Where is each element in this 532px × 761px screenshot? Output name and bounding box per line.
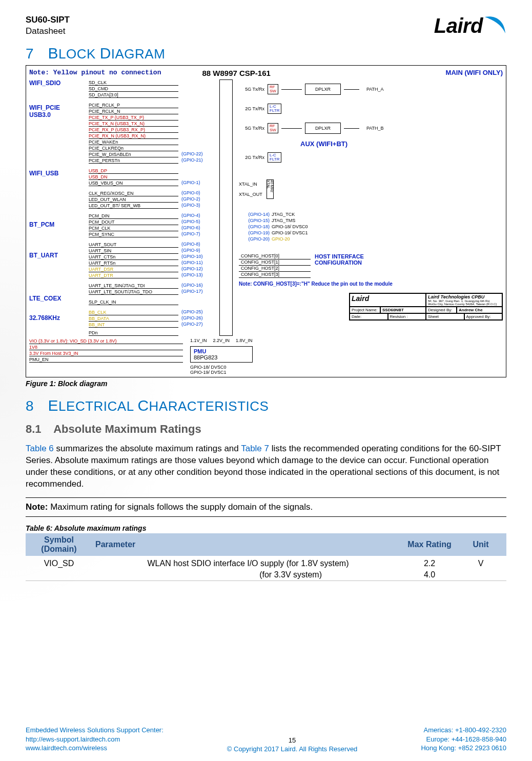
diagram-top-row: Note: Yellow pinout no connection 88 W89… <box>29 69 503 77</box>
pin-row: PCIE_WAKEn <box>89 139 178 145</box>
doc-model: SU60-SIPT <box>26 14 70 26</box>
xtal-block: XTAL_IN XTAL_OUT 40 MHz XTAL <box>239 179 503 199</box>
footer-right: Americas: +1-800-492-2320 Europe: +44-16… <box>421 726 506 753</box>
footer-center: 15 © Copyright 2017 Laird. All Rights Re… <box>163 736 421 753</box>
pin-row: BB_INT <box>89 322 178 328</box>
gpio-annotation: (GPIO-8) <box>181 242 216 248</box>
lc-fltr-box-b: L-C FLTR <box>268 152 281 163</box>
pin-row: PCIE_RCLK_P <box>89 102 178 108</box>
config-host-row: CONFIG_HOST[1] <box>239 259 311 266</box>
group-bt-uart: BT_UART <box>29 252 86 291</box>
th-max-rating: Max Rating <box>404 533 455 556</box>
pin-row: SD_CMD <box>89 86 178 92</box>
group-wifi-usb: WIFI_USB <box>29 170 86 192</box>
pmu-pin-row: PMU_EN <box>29 356 183 363</box>
pmu-left-pins: VIO (3.3V or 1.8V): VIO_SD (3.3V or 1.8V… <box>29 338 183 363</box>
path-a-label: PATH_A <box>366 87 384 92</box>
config-host-lines: CONFIG_HOST[0]CONFIG_HOST[1]CONFIG_HOST[… <box>239 253 311 278</box>
group-32khz: 32.768KHz <box>29 314 86 325</box>
gpio-annotation: (GPIO-4) <box>181 213 216 219</box>
pmu-pin-row: 1V8 <box>29 344 183 350</box>
host-interface-config-label: HOST INTERFACE CONFIGURATION <box>315 253 364 266</box>
gpio-annotation: (GPIO-1) <box>181 180 216 186</box>
pin-row: PDn <box>89 330 178 336</box>
footer-wireless-url[interactable]: www.lairdtech.com/wireless <box>26 744 163 753</box>
jtag-row: (GPIO-18)GPIO-18/ DVSC0 <box>239 224 503 230</box>
page-number: 15 <box>163 736 421 744</box>
pin-row: UART_CTSn <box>89 254 178 260</box>
brand-swoosh-icon <box>484 15 506 37</box>
pin-row: USB_VBUS_ON <box>89 180 178 186</box>
tb-project: SSD60NBT <box>380 307 426 313</box>
aux-wifi-bt-label: AUX (WIFI+BT) <box>300 140 503 148</box>
gpio-annotation: (GPIO-0) <box>181 190 216 196</box>
section-8-1-title: Absolute Maximum Ratings <box>53 423 201 435</box>
pin-row: USB_DP <box>89 168 178 174</box>
doc-identity: SU60-SIPT Datasheet <box>26 14 70 37</box>
table-6-body: VIO_SD WLAN host SDIO interface I/O supp… <box>26 556 506 581</box>
pin-row: PCIE_W_DISABLEn <box>89 151 178 157</box>
section-8-1-heading: 8.1 Absolute Maximum Ratings <box>26 423 506 436</box>
footer-support-center: Embedded Wireless Solutions Support Cent… <box>26 726 163 735</box>
table-7-link[interactable]: Table 7 <box>241 444 269 453</box>
table-6-link[interactable]: Table 6 <box>26 444 54 453</box>
td-symbol: VIO_SD <box>26 556 92 569</box>
pin-row: BB_DATA <box>89 315 178 322</box>
pin-row: PCIE_RX_P (USB3_RX_P) <box>89 127 178 133</box>
group-wifi-pcie-usb3: WIFI_PCIE USB3.0 <box>29 104 86 166</box>
td-param: (for 3.3V system) <box>92 569 404 581</box>
jtag-gpio-block: (GPIO-14)JTAG_TCK(GPIO-15)JTAG_TMS(GPIO-… <box>239 211 503 242</box>
pin-row: UART_SIN <box>89 248 178 254</box>
diagram-note-yellow: Note: Yellow pinout no connection <box>29 69 161 76</box>
brand-text: Laird <box>434 14 483 37</box>
section-8-title: ELECTRICAL CHARACTERISTICS <box>48 397 269 414</box>
td-unit: V <box>455 556 506 569</box>
jtag-row: (GPIO-15)JTAG_TMS <box>239 217 503 224</box>
config-host-note: Note: CONFIG_HOST[3]=:"H" Reduce the pin… <box>239 281 503 287</box>
jtag-row: (GPIO-19)GPIO-19/ DVSC1 <box>239 230 503 236</box>
rf-row-2g-b: 2G Tx/Rx L-C FLTR <box>239 148 503 167</box>
footer-phone-europe: Europe: +44-1628-858-940 <box>421 735 506 744</box>
jtag-row: (GPIO-14)JTAG_TCK <box>239 211 503 217</box>
pin-row: PCIE_PERSTn <box>89 157 178 164</box>
config-host-row: CONFIG_HOST[0] <box>239 253 311 259</box>
chip-title: 88 W8997 CSP-161 <box>202 69 270 77</box>
pin-row: PCM_SYNC <box>89 231 178 237</box>
pin-row: PCM_DIN <box>89 213 178 219</box>
section-8-1-number: 8.1 <box>26 423 42 435</box>
gpio-annotation: (GPIO-26) <box>181 315 216 322</box>
block-diagram: Note: Yellow pinout no connection 88 W89… <box>26 65 506 377</box>
rf-row-2g-a: 2G Tx/Rx L-C FLTR <box>239 99 503 118</box>
gpio-annotation: (GPIO-27) <box>181 322 216 328</box>
pin-row: UART_DSR <box>89 266 178 272</box>
pin-row: PCIE_RCLK_N <box>89 108 178 114</box>
table-6-caption: Table 6: Absolute maximum ratings <box>26 524 506 532</box>
config-host-row: CONFIG_HOST[2] <box>239 266 311 272</box>
gpio-annotation: (GPIO-25) <box>181 309 216 315</box>
tb-designer: Andrew Che <box>457 307 502 313</box>
figure-1-caption: Figure 1: Block diagram <box>26 379 506 388</box>
gpio-annotation: (GPIO-17) <box>181 289 216 295</box>
pmu-pin-row: VIO (3.3V or 1.8V): VIO_SD (3.3V or 1.8V… <box>29 338 183 344</box>
dplxr-box-a: DPLXR <box>305 84 341 95</box>
gpio-annotation: (GPIO-11) <box>181 260 216 266</box>
footer-support-url[interactable]: http://ews-support.lairdtech.com <box>26 735 163 744</box>
td-symbol <box>26 569 92 581</box>
gpio-annotation: (GPIO-9) <box>181 248 216 254</box>
table-row: VIO_SD WLAN host SDIO interface I/O supp… <box>26 556 506 569</box>
gpio-annotation: (GPIO-6) <box>181 225 216 231</box>
pin-row: CLK_REG/XOSC_EN <box>89 190 178 196</box>
footer-left: Embedded Wireless Solutions Support Cent… <box>26 726 163 753</box>
config-host-row: CONFIG_HOST[3] <box>239 272 311 278</box>
pin-row: UART_SOUT <box>89 242 178 248</box>
diagram-body: WIFI_SDIO WIFI_PCIE USB3.0 WIFI_USB BT_P… <box>29 79 503 336</box>
diagram-left-pins: SD_CLKSD_CMDSD_DATA[3:0]PCIE_RCLK_PPCIE_… <box>89 79 178 336</box>
gpio-annotation: (GPIO-7) <box>181 231 216 237</box>
pin-row: PCIE_RX_N (USB3_RX_N) <box>89 133 178 139</box>
pin-row: UART_RTSn <box>89 260 178 266</box>
pin-row: UART_LTE_SIN/JTAG_TDI <box>89 283 178 289</box>
rf-sw-box: RF SW <box>268 84 278 94</box>
gpio-annotation: (GPIO-5) <box>181 219 216 225</box>
section-7-title: BLOCK DIAGRAM <box>48 45 166 62</box>
table-6-head: Symbol (Domain) Parameter Max Rating Uni… <box>26 533 506 556</box>
